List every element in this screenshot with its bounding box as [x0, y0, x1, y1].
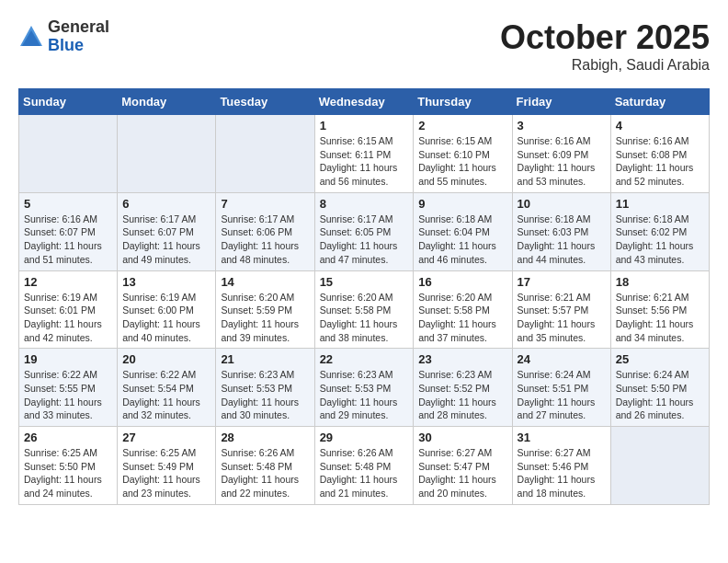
- day-number: 30: [418, 431, 506, 444]
- day-number: 5: [24, 197, 112, 211]
- day-info: Sunrise: 6:23 AMSunset: 5:52 PMDaylight:…: [418, 368, 506, 422]
- day-info: Sunrise: 6:27 AMSunset: 5:46 PMDaylight:…: [518, 446, 606, 500]
- daylight-text: Daylight: 11 hours and 40 minutes.: [122, 317, 210, 344]
- calendar: Sunday Monday Tuesday Wednesday Thursday…: [18, 88, 710, 505]
- day-info: Sunrise: 6:25 AMSunset: 5:49 PMDaylight:…: [122, 446, 210, 500]
- day-info: Sunrise: 6:26 AMSunset: 5:48 PMDaylight:…: [320, 446, 409, 500]
- logo: General Blue: [18, 18, 109, 55]
- month-title: October 2025: [500, 18, 710, 57]
- sunrise-text: Sunrise: 6:20 AM: [418, 291, 506, 304]
- daylight-text: Daylight: 11 hours and 38 minutes.: [320, 317, 409, 344]
- calendar-cell: 13Sunrise: 6:19 AMSunset: 6:00 PMDayligh…: [118, 270, 216, 349]
- sunrise-text: Sunrise: 6:18 AM: [616, 213, 704, 226]
- day-number: 14: [221, 275, 309, 289]
- week-row-5: 26Sunrise: 6:25 AMSunset: 5:50 PMDayligh…: [19, 427, 710, 505]
- day-number: 11: [616, 197, 704, 211]
- sunset-text: Sunset: 6:05 PM: [320, 225, 409, 239]
- day-number: 1: [320, 119, 409, 132]
- calendar-cell: 9Sunrise: 6:18 AMSunset: 6:04 PMDaylight…: [414, 192, 512, 270]
- daylight-text: Daylight: 11 hours and 52 minutes.: [616, 161, 704, 188]
- daylight-text: Daylight: 11 hours and 29 minutes.: [320, 396, 409, 422]
- sunset-text: Sunset: 6:08 PM: [616, 148, 704, 162]
- sunset-text: Sunset: 6:02 PM: [616, 225, 704, 239]
- day-info: Sunrise: 6:25 AMSunset: 5:50 PMDaylight:…: [24, 446, 112, 500]
- calendar-cell: 30Sunrise: 6:27 AMSunset: 5:47 PMDayligh…: [414, 427, 512, 505]
- sunset-text: Sunset: 5:53 PM: [221, 382, 309, 396]
- calendar-cell: 8Sunrise: 6:17 AMSunset: 6:05 PMDaylight…: [314, 192, 414, 270]
- day-info: Sunrise: 6:19 AMSunset: 6:01 PMDaylight:…: [24, 291, 112, 345]
- daylight-text: Daylight: 11 hours and 20 minutes.: [418, 473, 506, 500]
- daylight-text: Daylight: 11 hours and 49 minutes.: [122, 239, 210, 266]
- calendar-cell: 20Sunrise: 6:22 AMSunset: 5:54 PMDayligh…: [118, 349, 216, 427]
- sunrise-text: Sunrise: 6:15 AM: [320, 134, 409, 148]
- logo-icon: [18, 24, 44, 50]
- sunset-text: Sunset: 6:07 PM: [122, 225, 210, 239]
- day-number: 21: [221, 352, 309, 366]
- day-info: Sunrise: 6:24 AMSunset: 5:51 PMDaylight:…: [518, 368, 606, 422]
- calendar-cell: 1Sunrise: 6:15 AMSunset: 6:11 PMDaylight…: [314, 115, 414, 193]
- sunset-text: Sunset: 5:50 PM: [24, 460, 112, 474]
- day-number: 29: [320, 431, 409, 444]
- header-sunday: Sunday: [19, 89, 118, 115]
- day-number: 12: [24, 275, 112, 289]
- day-info: Sunrise: 6:18 AMSunset: 6:04 PMDaylight:…: [418, 213, 506, 267]
- daylight-text: Daylight: 11 hours and 34 minutes.: [616, 317, 704, 344]
- day-number: 10: [518, 197, 606, 211]
- day-number: 20: [122, 352, 210, 366]
- sunrise-text: Sunrise: 6:20 AM: [320, 291, 409, 304]
- day-number: 26: [24, 431, 112, 444]
- calendar-cell: 23Sunrise: 6:23 AMSunset: 5:52 PMDayligh…: [414, 349, 512, 427]
- day-number: 8: [320, 197, 409, 211]
- day-number: 6: [122, 197, 210, 211]
- sunset-text: Sunset: 6:00 PM: [122, 304, 210, 317]
- day-info: Sunrise: 6:15 AMSunset: 6:11 PMDaylight:…: [320, 134, 409, 189]
- sunset-text: Sunset: 5:58 PM: [320, 304, 409, 317]
- day-info: Sunrise: 6:22 AMSunset: 5:54 PMDaylight:…: [122, 368, 210, 422]
- day-info: Sunrise: 6:20 AMSunset: 5:58 PMDaylight:…: [418, 291, 506, 345]
- calendar-cell: 15Sunrise: 6:20 AMSunset: 5:58 PMDayligh…: [314, 270, 414, 349]
- header-wednesday: Wednesday: [314, 89, 414, 115]
- daylight-text: Daylight: 11 hours and 44 minutes.: [518, 239, 606, 266]
- daylight-text: Daylight: 11 hours and 35 minutes.: [518, 317, 606, 344]
- sunset-text: Sunset: 5:53 PM: [320, 382, 409, 396]
- day-info: Sunrise: 6:19 AMSunset: 6:00 PMDaylight:…: [122, 291, 210, 345]
- daylight-text: Daylight: 11 hours and 18 minutes.: [518, 473, 606, 500]
- sunset-text: Sunset: 5:55 PM: [24, 382, 112, 396]
- sunrise-text: Sunrise: 6:17 AM: [320, 213, 409, 226]
- sunset-text: Sunset: 6:01 PM: [24, 304, 112, 317]
- daylight-text: Daylight: 11 hours and 24 minutes.: [24, 473, 112, 500]
- sunset-text: Sunset: 5:54 PM: [122, 382, 210, 396]
- calendar-cell: 11Sunrise: 6:18 AMSunset: 6:02 PMDayligh…: [610, 192, 709, 270]
- sunrise-text: Sunrise: 6:20 AM: [221, 291, 309, 304]
- sunrise-text: Sunrise: 6:26 AM: [320, 446, 409, 460]
- sunset-text: Sunset: 5:58 PM: [418, 304, 506, 317]
- sunrise-text: Sunrise: 6:26 AM: [221, 446, 309, 460]
- sunset-text: Sunset: 5:57 PM: [518, 304, 606, 317]
- sunset-text: Sunset: 5:56 PM: [616, 304, 704, 317]
- day-info: Sunrise: 6:21 AMSunset: 5:57 PMDaylight:…: [518, 291, 606, 345]
- header-thursday: Thursday: [414, 89, 512, 115]
- sunset-text: Sunset: 5:50 PM: [616, 382, 704, 396]
- calendar-cell: 18Sunrise: 6:21 AMSunset: 5:56 PMDayligh…: [610, 270, 709, 349]
- sunrise-text: Sunrise: 6:21 AM: [616, 291, 704, 304]
- calendar-cell: 25Sunrise: 6:24 AMSunset: 5:50 PMDayligh…: [610, 349, 709, 427]
- calendar-cell: [610, 427, 709, 505]
- day-number: 17: [518, 275, 606, 289]
- day-number: 16: [418, 275, 506, 289]
- sunset-text: Sunset: 5:47 PM: [418, 460, 506, 474]
- calendar-cell: 7Sunrise: 6:17 AMSunset: 6:06 PMDaylight…: [216, 192, 314, 270]
- day-number: 2: [418, 119, 506, 132]
- daylight-text: Daylight: 11 hours and 30 minutes.: [221, 396, 309, 422]
- sunrise-text: Sunrise: 6:24 AM: [518, 368, 606, 382]
- calendar-cell: 24Sunrise: 6:24 AMSunset: 5:51 PMDayligh…: [512, 349, 610, 427]
- calendar-cell: 26Sunrise: 6:25 AMSunset: 5:50 PMDayligh…: [19, 427, 118, 505]
- sunset-text: Sunset: 6:03 PM: [518, 225, 606, 239]
- logo-blue: Blue: [48, 37, 109, 55]
- calendar-cell: 21Sunrise: 6:23 AMSunset: 5:53 PMDayligh…: [216, 349, 314, 427]
- daylight-text: Daylight: 11 hours and 37 minutes.: [418, 317, 506, 344]
- sunrise-text: Sunrise: 6:16 AM: [24, 213, 112, 226]
- sunset-text: Sunset: 5:48 PM: [320, 460, 409, 474]
- day-number: 23: [418, 352, 506, 366]
- sunset-text: Sunset: 6:07 PM: [24, 225, 112, 239]
- calendar-cell: 22Sunrise: 6:23 AMSunset: 5:53 PMDayligh…: [314, 349, 414, 427]
